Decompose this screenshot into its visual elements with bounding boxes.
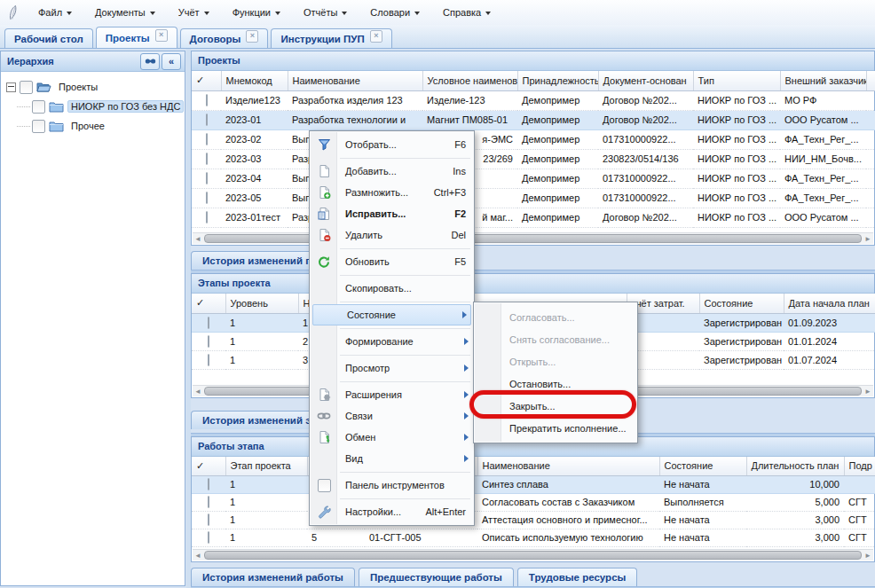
collapse-sidebar-button[interactable]: « xyxy=(162,53,181,70)
menubar-item[interactable]: Отчёты xyxy=(292,0,359,25)
column-header-label: Состояние xyxy=(705,298,753,309)
context-menu-item[interactable]: УдалитьDel xyxy=(311,224,473,246)
column-header[interactable]: Документ-основан xyxy=(598,71,693,90)
bottom-tab[interactable]: Предшествующие работы xyxy=(359,568,514,586)
context-menu-item[interactable]: Формирование xyxy=(311,331,473,352)
tab-close-icon[interactable]: × xyxy=(246,30,258,43)
row-checkbox[interactable] xyxy=(206,94,208,106)
table-row[interactable]: 1501-СГТ-005Описать используемую техноло… xyxy=(192,529,875,546)
table-row[interactable]: 2023-01Разработка технологии иМагнит ПМ0… xyxy=(192,110,875,129)
table-row[interactable]: 2023-02Выпя-ЭМСДемопример017310000922...… xyxy=(192,129,875,149)
scroll-left-icon[interactable]: ◄ xyxy=(193,388,203,396)
menubar-item[interactable]: Словари xyxy=(359,0,431,25)
context-menu-item[interactable]: Скопировать... xyxy=(311,278,473,299)
context-menu-item[interactable]: Настройки...Alt+Enter xyxy=(311,501,473,522)
scroll-left-icon[interactable]: ◄ xyxy=(193,235,203,243)
scroll-left-icon[interactable]: ◄ xyxy=(193,552,203,560)
bottom-tab[interactable]: История изменений работы xyxy=(191,568,355,586)
main-tab[interactable]: Проекты× xyxy=(96,27,177,48)
projects-hscrollbar[interactable]: ◄ ► xyxy=(193,232,873,244)
menubar-item[interactable]: Справка xyxy=(431,0,502,25)
main-tab[interactable]: Рабочий стол xyxy=(4,28,93,48)
column-header[interactable]: Дата начала план xyxy=(784,294,875,313)
row-checkbox[interactable] xyxy=(208,514,209,526)
row-checkbox[interactable] xyxy=(206,133,208,145)
main-tab[interactable]: Договоры× xyxy=(180,28,269,48)
table-row[interactable]: 11Согласовать состав с ЗаказчикомВыполня… xyxy=(192,493,875,511)
column-header[interactable]: Внешний заказчик xyxy=(780,71,866,90)
submenu-item[interactable]: Прекратить исполнение... xyxy=(475,417,636,439)
column-header[interactable]: Наименование xyxy=(477,457,659,475)
row-checkbox[interactable] xyxy=(206,114,208,126)
tree-checkbox[interactable] xyxy=(32,120,45,133)
select-all-header[interactable]: ✓ xyxy=(192,294,225,313)
menubar-item[interactable]: Учёт xyxy=(167,0,221,25)
context-menu-item[interactable]: Расширения xyxy=(311,384,473,405)
column-header[interactable]: Уровень xyxy=(225,294,298,313)
column-header[interactable]: Состояние xyxy=(699,294,784,313)
tree-item[interactable]: Прочее xyxy=(4,116,181,136)
table-row[interactable]: 127Синтез сплаваНе начата10,000 xyxy=(192,475,875,493)
bottom-tab[interactable]: Трудовые ресурсы xyxy=(517,568,638,586)
tree-checkbox[interactable] xyxy=(20,81,33,94)
column-header[interactable]: Мнемокод xyxy=(221,71,288,90)
table-row[interactable]: 2023-03Разр23/269Демопример230823/0514/1… xyxy=(192,149,875,169)
context-menu-item[interactable]: Обмен xyxy=(311,427,473,448)
context-menu-item[interactable]: Исправить...F2 xyxy=(311,203,473,224)
row-checkbox[interactable] xyxy=(208,496,209,508)
row-checkbox[interactable] xyxy=(208,354,209,366)
column-header[interactable]: Тип xyxy=(693,71,780,90)
scroll-right-icon[interactable]: ► xyxy=(863,388,873,396)
row-checkbox[interactable] xyxy=(206,153,208,165)
row-checkbox[interactable] xyxy=(206,172,208,184)
tree-expander-icon[interactable] xyxy=(6,82,16,92)
scroll-right-icon[interactable]: ► xyxy=(863,552,873,560)
tree-item[interactable]: Проекты xyxy=(4,77,181,97)
select-all-header[interactable]: ✓ xyxy=(192,71,221,90)
table-row[interactable]: 2023-05ВыпДемопример017310000922...НИОКР… xyxy=(192,188,875,208)
tab-close-icon[interactable]: × xyxy=(155,29,168,42)
row-checkbox[interactable] xyxy=(208,335,209,348)
works-hscrollbar[interactable]: ◄ ► xyxy=(193,549,873,561)
context-menu-item[interactable]: Добавить...Ins xyxy=(311,161,473,182)
menubar-item[interactable]: Документы xyxy=(83,0,167,25)
column-header[interactable] xyxy=(866,71,875,90)
context-menu-item[interactable]: Панель инструментов xyxy=(311,474,473,496)
context-menu-item[interactable]: Отобрать...F6 xyxy=(311,134,473,155)
menubar-item[interactable]: Функции xyxy=(221,0,292,25)
context-menu-item[interactable]: Связи xyxy=(311,405,473,427)
find-button[interactable] xyxy=(140,53,160,70)
scroll-thumb[interactable] xyxy=(204,234,862,243)
column-header[interactable]: Этап проекта xyxy=(225,457,307,475)
context-menu-item[interactable]: ОбновитьF5 xyxy=(311,251,473,272)
scroll-right-icon[interactable]: ► xyxy=(863,235,873,243)
scroll-thumb[interactable] xyxy=(204,551,862,560)
column-header[interactable]: Состояние xyxy=(659,457,746,475)
column-header[interactable]: Наименование xyxy=(288,71,422,90)
row-checkbox[interactable] xyxy=(208,478,209,490)
context-menu-item[interactable]: Размножить...Ctrl+F3 xyxy=(311,182,473,203)
row-checkbox[interactable] xyxy=(206,192,208,204)
tab-close-icon[interactable]: × xyxy=(370,30,382,43)
table-row[interactable]: 2023-04ВыпДемопример017310000922...НИОКР… xyxy=(192,169,875,188)
column-header[interactable]: Принадлежность xyxy=(517,71,598,90)
menubar-item-label: Справка xyxy=(443,7,481,18)
table-row[interactable]: 2023-01тестРазрй маг...ДемопримерДоговор… xyxy=(192,208,875,227)
menubar-item[interactable]: Файл xyxy=(27,0,83,25)
select-all-header[interactable]: ✓ xyxy=(192,457,225,475)
row-checkbox[interactable] xyxy=(208,531,209,544)
column-header[interactable]: Длительность план▼ xyxy=(746,457,844,475)
table-row[interactable]: 12Аттестация основного и примесног...Не … xyxy=(192,511,875,529)
row-checkbox[interactable] xyxy=(208,317,209,329)
column-header[interactable]: Подр xyxy=(844,457,875,475)
column-header[interactable]: Условное наименова xyxy=(422,71,517,90)
context-menu-item[interactable]: Состояние xyxy=(312,304,471,325)
table-cell: Не начата xyxy=(659,511,746,529)
tree-checkbox[interactable] xyxy=(32,100,45,114)
table-row[interactable]: Изделие123Разработка изделия 123Изделие-… xyxy=(192,90,875,110)
tree-item[interactable]: НИОКР по ГОЗ без НДС xyxy=(4,97,181,116)
context-menu-item[interactable]: Вид xyxy=(311,448,473,469)
main-tab[interactable]: Инструкции ПУП× xyxy=(271,28,391,48)
row-checkbox[interactable] xyxy=(206,211,208,223)
context-menu-item[interactable]: Просмотр xyxy=(311,357,473,379)
